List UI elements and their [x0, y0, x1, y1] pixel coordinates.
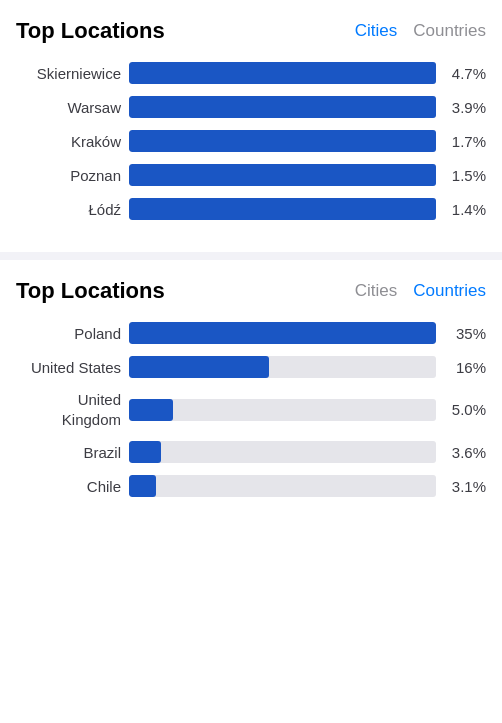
tab-countries-2[interactable]: Countries	[413, 281, 486, 301]
table-row: Skierniewice4.7%	[16, 62, 486, 84]
section2-header: Top Locations Cities Countries	[16, 278, 486, 304]
bar-track	[129, 198, 436, 220]
bar-fill	[129, 130, 436, 152]
row-value: 3.9%	[444, 99, 486, 116]
row-value: 1.4%	[444, 201, 486, 218]
table-row: Kraków1.7%	[16, 130, 486, 152]
section2-tabs: Cities Countries	[355, 281, 486, 301]
row-label: UnitedKingdom	[16, 390, 121, 429]
row-value: 3.6%	[444, 444, 486, 461]
table-row: Łódź1.4%	[16, 198, 486, 220]
row-value: 1.7%	[444, 133, 486, 150]
row-value: 35%	[444, 325, 486, 342]
section-cities: Top Locations Cities Countries Skierniew…	[0, 0, 502, 252]
section2-title: Top Locations	[16, 278, 165, 304]
section2-bar-list: Poland35%United States16%UnitedKingdom5.…	[16, 322, 486, 497]
section1-bar-list: Skierniewice4.7%Warsaw3.9%Kraków1.7%Pozn…	[16, 62, 486, 220]
bar-fill	[129, 475, 156, 497]
table-row: Brazil3.6%	[16, 441, 486, 463]
row-label: Poznan	[16, 167, 121, 184]
table-row: UnitedKingdom5.0%	[16, 390, 486, 429]
bar-fill	[129, 356, 269, 378]
bar-fill	[129, 198, 436, 220]
table-row: Warsaw3.9%	[16, 96, 486, 118]
bar-fill	[129, 441, 161, 463]
bar-fill	[129, 322, 436, 344]
tab-cities-2[interactable]: Cities	[355, 281, 398, 301]
bar-fill	[129, 164, 436, 186]
bar-fill	[129, 399, 173, 421]
table-row: Chile3.1%	[16, 475, 486, 497]
section1-header: Top Locations Cities Countries	[16, 18, 486, 44]
bar-track	[129, 441, 436, 463]
bar-track	[129, 475, 436, 497]
tab-cities-1[interactable]: Cities	[355, 21, 398, 41]
row-label: Poland	[16, 325, 121, 342]
bar-track	[129, 96, 436, 118]
bar-track	[129, 356, 436, 378]
row-label: Łódź	[16, 201, 121, 218]
row-label: Warsaw	[16, 99, 121, 116]
row-label: United States	[16, 359, 121, 376]
row-value: 1.5%	[444, 167, 486, 184]
table-row: Poland35%	[16, 322, 486, 344]
section1-tabs: Cities Countries	[355, 21, 486, 41]
table-row: United States16%	[16, 356, 486, 378]
bar-track	[129, 130, 436, 152]
section1-title: Top Locations	[16, 18, 165, 44]
section-countries: Top Locations Cities Countries Poland35%…	[0, 252, 502, 529]
row-value: 3.1%	[444, 478, 486, 495]
tab-countries-1[interactable]: Countries	[413, 21, 486, 41]
bar-fill	[129, 62, 436, 84]
bar-track	[129, 164, 436, 186]
row-value: 4.7%	[444, 65, 486, 82]
row-value: 5.0%	[444, 401, 486, 418]
bar-track	[129, 399, 436, 421]
row-value: 16%	[444, 359, 486, 376]
row-label: Kraków	[16, 133, 121, 150]
table-row: Poznan1.5%	[16, 164, 486, 186]
bar-fill	[129, 96, 436, 118]
row-label: Chile	[16, 478, 121, 495]
row-label: Skierniewice	[16, 65, 121, 82]
bar-track	[129, 62, 436, 84]
row-label: Brazil	[16, 444, 121, 461]
bar-track	[129, 322, 436, 344]
